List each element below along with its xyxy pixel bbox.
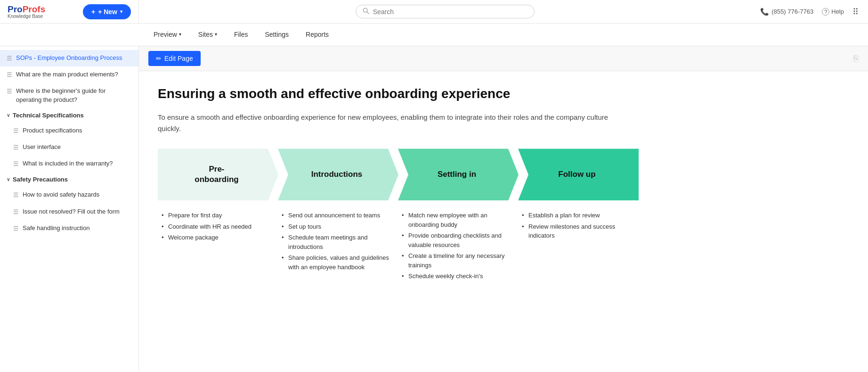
pencil-icon: ✏ [156, 55, 162, 62]
doc-icon: ☰ [13, 224, 19, 233]
list-item: Review milestones and success indicators [522, 221, 634, 241]
doc-icon: ☰ [13, 127, 19, 135]
list-item: Create a timeline for any necessary trai… [402, 250, 514, 271]
nav-item-files[interactable]: Files [227, 24, 256, 46]
doc-icon: ☰ [7, 71, 12, 79]
search-area [139, 5, 751, 18]
list-item: Coordinate with HR as needed [162, 221, 274, 232]
page-title: Ensuring a smooth and effective onboardi… [158, 85, 638, 102]
flow-col-3: Match new employee with an onboarding bu… [398, 210, 518, 282]
flow-col-2: Send out announcement to teams Set up to… [278, 210, 398, 282]
phone-icon: 📞 [760, 8, 769, 16]
sidebar-item-safe-handling[interactable]: ☰ Safe handling instruction [7, 220, 138, 237]
logo-area: ProProfs Knowledge Base + + New ▾ [0, 0, 139, 23]
nav-item-reports[interactable]: Reports [298, 24, 336, 46]
doc-icon: ☰ [13, 143, 19, 152]
sidebar-item-product-specs[interactable]: ☰ Product specifications [7, 123, 138, 139]
help-label: Help [831, 8, 844, 15]
phone-link[interactable]: 📞 (855) 776-7763 [760, 8, 813, 16]
logo: ProProfs Knowledge Base [8, 5, 45, 19]
sidebar-item-issue-form[interactable]: ☰ Issue not resolved? Fill out the form [7, 204, 138, 220]
sidebar-item-main-elements[interactable]: ☰ What are the main product elements? [0, 66, 138, 83]
step-label: Settling in [438, 169, 476, 180]
flow-step-introductions: Introductions [278, 149, 398, 200]
sidebar-item-label: What is included in the warranty? [23, 159, 113, 168]
list-item: Send out announcement to teams [282, 210, 394, 221]
new-button[interactable]: + + New ▾ [83, 4, 131, 19]
sidebar-section-safety[interactable]: ∨ Safety Precautions [0, 172, 138, 187]
nav-bar: Preview ▾ Sites ▾ Files Settings Reports [0, 24, 868, 46]
chevron-down-icon: ∨ [7, 113, 10, 118]
flow-diagram: Pre-onboarding Introductions Settling in… [158, 149, 638, 282]
reports-label: Reports [306, 31, 329, 38]
step-label: Follow up [558, 169, 595, 180]
logo-subtitle: Knowledge Base [8, 14, 45, 19]
copy-icon[interactable]: ⎘ [853, 54, 859, 64]
apps-icon[interactable]: ⠿ [852, 7, 859, 17]
sidebar-item-safety-hazards[interactable]: ☰ How to avoid safety hazards [7, 187, 138, 203]
list-item: Match new employee with an onboarding bu… [402, 210, 514, 230]
search-icon [363, 8, 369, 16]
flow-arrows: Pre-onboarding Introductions Settling in… [158, 149, 638, 200]
sidebar-item-warranty[interactable]: ☰ What is included in the warranty? [7, 156, 138, 172]
flow-step-followup: Follow up [518, 149, 639, 200]
list-item: Prepare for first day [162, 210, 274, 221]
help-link[interactable]: ? Help [822, 8, 844, 16]
chevron-down-icon: ▾ [120, 9, 122, 14]
edit-page-button[interactable]: ✏ Edit Page [148, 51, 201, 66]
doc-icon: ☰ [7, 54, 12, 63]
main-layout: ☰ SOPs - Employee Onboarding Process ☰ W… [0, 46, 868, 372]
edit-page-bar: ✏ Edit Page ⎘ [139, 46, 868, 71]
sidebar-item-label: Where is the beginner's guide for operat… [16, 87, 132, 104]
doc-icon: ☰ [7, 87, 12, 96]
chevron-down-icon: ▾ [215, 32, 217, 37]
sidebar-item-label: Product specifications [23, 126, 82, 135]
help-icon: ? [822, 8, 829, 16]
flow-step-pre-onboarding: Pre-onboarding [158, 149, 278, 200]
doc-icon: ☰ [13, 208, 19, 216]
nav-item-settings[interactable]: Settings [257, 24, 296, 46]
sidebar-item-label: SOPs - Employee Onboarding Process [16, 54, 122, 62]
flow-bullets: Prepare for first day Coordinate with HR… [158, 210, 638, 282]
sidebar-item-label: How to avoid safety hazards [23, 190, 99, 199]
list-item: Share policies, values and guidelines wi… [282, 252, 394, 273]
chevron-down-icon: ∨ [7, 177, 10, 182]
nav-item-sites[interactable]: Sites ▾ [191, 24, 225, 46]
list-item: Schedule team meetings and introductions [282, 232, 394, 252]
logo-pro: Pro [8, 5, 23, 14]
new-button-label: + New [98, 8, 117, 16]
header-right: 📞 (855) 776-7763 ? Help ⠿ [751, 7, 868, 17]
flow-col-4: Establish a plan for review Review miles… [518, 210, 638, 282]
sidebar-item-label: Safe handling instruction [23, 224, 89, 232]
settings-label: Settings [265, 31, 289, 38]
flow-col-1: Prepare for first day Coordinate with HR… [158, 210, 278, 282]
logo-profs: Profs [23, 5, 46, 14]
edit-page-label: Edit Page [164, 55, 193, 62]
list-item: Provide onboarding checklists and valuab… [402, 230, 514, 250]
sidebar-section-tech-specs[interactable]: ∨ Technical Specifications [0, 108, 138, 123]
section-label: Technical Specifications [13, 112, 84, 119]
sidebar-item-user-interface[interactable]: ☰ User interface [7, 139, 138, 156]
sidebar-item-sops[interactable]: ☰ SOPs - Employee Onboarding Process [0, 50, 138, 66]
step-label: Pre-onboarding [195, 164, 238, 185]
top-header: ProProfs Knowledge Base + + New ▾ 📞 (855… [0, 0, 868, 24]
sidebar-item-beginners-guide[interactable]: ☰ Where is the beginner's guide for oper… [0, 83, 138, 107]
doc-icon: ☰ [13, 160, 19, 168]
list-item: Welcome package [162, 232, 274, 243]
search-bar[interactable] [356, 5, 535, 18]
files-label: Files [234, 31, 248, 38]
step-label: Introductions [311, 169, 363, 180]
sidebar-item-label: Issue not resolved? Fill out the form [23, 207, 120, 216]
content-area: ✏ Edit Page ⎘ Ensuring a smooth and effe… [139, 46, 868, 372]
page-content: Ensuring a smooth and effective onboardi… [139, 71, 657, 310]
section-label: Safety Precautions [13, 176, 68, 183]
search-input[interactable] [373, 8, 527, 16]
flow-step-settling: Settling in [398, 149, 519, 200]
sidebar-item-label: User interface [23, 143, 61, 151]
plus-icon: + [91, 8, 95, 16]
sidebar-item-label: What are the main product elements? [16, 70, 118, 79]
list-item: Schedule weekly check-in's [402, 271, 514, 282]
chevron-down-icon: ▾ [179, 32, 181, 37]
nav-item-preview[interactable]: Preview ▾ [146, 24, 189, 46]
list-item: Set up tours [282, 221, 394, 232]
